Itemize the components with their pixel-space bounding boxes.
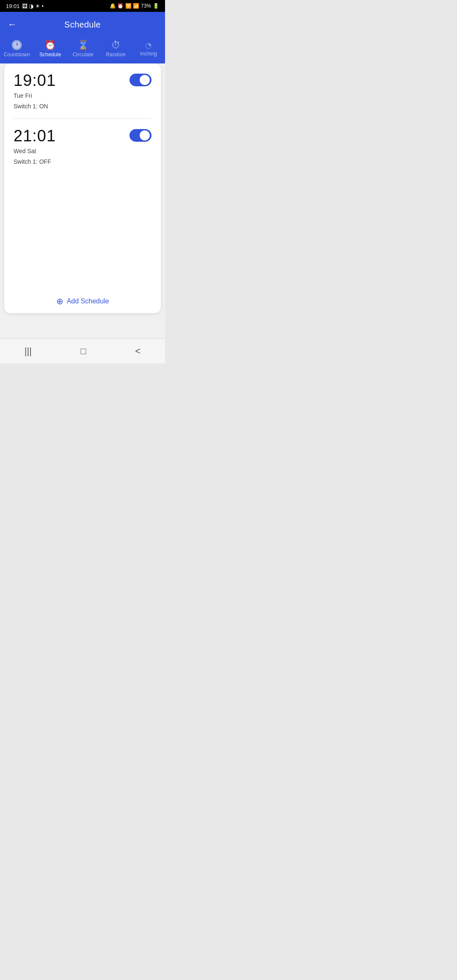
status-bar: 19:01 🖼 ◑ ☀ • 🔔 ⏰ 🛜 📶 73% 🔋 [0,0,165,12]
toggle-track-1 [129,74,151,86]
schedule-item-2-toggle[interactable] [129,129,151,142]
random-icon: ⏱ [111,41,121,50]
status-notifications: 🔔 ⏰ 🛜 📶 [110,3,139,9]
app-bar: ← Schedule [0,12,165,37]
tab-schedule[interactable]: ⏰ Schedule [38,41,63,58]
schedule-card: 19:01 Tue Fri Switch 1: ON 21:01 Wed Sat [4,63,161,313]
countdown-icon: 🕐 [11,41,22,50]
tab-inching-label: Inching [140,51,157,57]
schedule-item-2-days: Wed Sat [14,147,129,156]
schedule-item-1[interactable]: 19:01 Tue Fri Switch 1: ON [4,63,161,118]
tab-circulate-label: Circulate [73,52,94,58]
bottom-nav: ||| □ < [0,339,165,363]
tab-countdown-label: Countdown [4,52,30,58]
schedule-item-2-info: 21:01 Wed Sat Switch 1: OFF [14,127,129,166]
status-left: 19:01 🖼 ◑ ☀ • [6,3,44,9]
add-schedule-label: Add Schedule [67,297,109,305]
schedule-icon: ⏰ [44,41,56,50]
schedule-item-2[interactable]: 21:01 Wed Sat Switch 1: OFF [4,119,161,174]
schedule-item-2-time: 21:01 [14,127,129,145]
back-button[interactable]: ← [8,19,17,30]
status-icons: 🖼 ◑ ☀ • [22,3,44,9]
main-content: 19:01 Tue Fri Switch 1: ON 21:01 Wed Sat [0,63,165,339]
tab-countdown[interactable]: 🕐 Countdown [4,41,30,58]
toggle-track-2 [129,129,151,142]
schedule-item-1-time: 19:01 [14,72,129,90]
schedule-item-1-toggle[interactable] [129,74,151,86]
schedule-item-1-info: 19:01 Tue Fri Switch 1: ON [14,72,129,111]
battery-icon: 🔋 [153,3,159,9]
tab-random[interactable]: ⏱ Random [103,41,129,58]
inching-icon: ◔ [145,41,152,49]
status-right: 🔔 ⏰ 🛜 📶 73% 🔋 [110,3,159,9]
page-title: Schedule [64,20,101,30]
tab-bar: 🕐 Countdown ⏰ Schedule ⌛ Circulate ⏱ Ran… [0,37,165,63]
home-button[interactable]: □ [72,344,95,358]
status-battery: 73% [141,3,151,9]
tab-circulate[interactable]: ⌛ Circulate [70,41,96,58]
schedule-item-1-action: Switch 1: ON [14,102,129,111]
recent-apps-button[interactable]: ||| [16,344,40,358]
tab-inching[interactable]: ◔ Inching [136,41,161,57]
circulate-icon: ⌛ [77,41,89,50]
tab-schedule-label: Schedule [39,52,61,58]
status-time: 19:01 [6,3,20,9]
schedule-item-2-action: Switch 1: OFF [14,157,129,166]
toggle-thumb-1 [140,75,150,85]
toggle-thumb-2 [140,130,150,140]
schedule-item-1-days: Tue Fri [14,91,129,100]
back-nav-button[interactable]: < [127,344,149,358]
tab-random-label: Random [106,52,126,58]
add-icon: ⊕ [56,297,63,306]
add-schedule-button[interactable]: ⊕ Add Schedule [4,289,161,309]
